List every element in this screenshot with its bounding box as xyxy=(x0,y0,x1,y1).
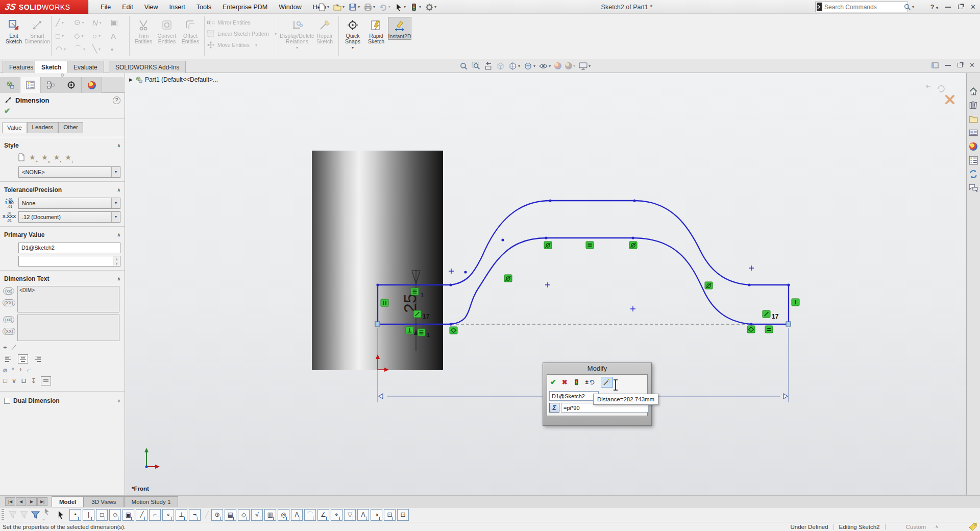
filter-toggle-icon[interactable] xyxy=(31,511,40,519)
snap-check-button[interactable]: √ xyxy=(251,509,263,521)
snap-shaded-button[interactable]: ◑ xyxy=(371,509,382,521)
search-input[interactable] xyxy=(824,4,903,11)
text-tool[interactable]: A xyxy=(109,32,127,40)
circle-tool[interactable]: ○▾ xyxy=(90,32,109,40)
home-icon[interactable] xyxy=(967,85,979,97)
property-manager-tab[interactable] xyxy=(20,77,41,93)
move-entities-button[interactable]: Move Entities▾ xyxy=(207,40,277,50)
rapid-sketch-button[interactable]: Rapid Sketch xyxy=(364,17,388,44)
view-palette-icon[interactable] xyxy=(967,127,979,138)
snap-curve-button[interactable]: ⌒ xyxy=(304,509,316,521)
modify-dialog-title[interactable]: Modify xyxy=(543,363,651,374)
doc-close-button[interactable]: ✕ xyxy=(969,61,975,69)
snap-annotation-button[interactable]: A xyxy=(357,509,369,521)
snap-text-button[interactable]: A xyxy=(291,509,303,521)
section-view-icon[interactable] xyxy=(496,62,505,70)
menu-tools[interactable]: Tools xyxy=(191,0,217,14)
add-style-button[interactable]: ★+ xyxy=(29,153,38,163)
tab-model[interactable]: Model xyxy=(52,496,84,507)
dimension-value-field[interactable]: ∧∨ xyxy=(18,256,120,267)
smart-dimension-button[interactable]: Smart Dimension xyxy=(26,17,49,44)
filter-icon[interactable] xyxy=(9,511,17,519)
polygon-tool[interactable]: ◇▾ xyxy=(72,31,90,40)
value-spinner[interactable]: ∧∨ xyxy=(113,256,120,266)
tab-motion-study-1[interactable]: Motion Study 1 xyxy=(124,496,179,507)
primary-value-section-header[interactable]: Primary Value∧ xyxy=(0,227,125,240)
search-commands-box[interactable]: ▾ xyxy=(815,2,908,12)
repair-sketch-button[interactable]: Repair Sketch xyxy=(313,17,336,44)
toolbar-grip[interactable] xyxy=(2,509,4,520)
dimension-name-field[interactable] xyxy=(18,243,120,253)
dimension-text-area[interactable]: <DIM> xyxy=(17,286,119,312)
spin-increment-wand-button[interactable] xyxy=(601,377,613,388)
tolerance-section-header[interactable]: Tolerance/Precision∧ xyxy=(0,182,125,195)
next-tab-button[interactable]: ▶ xyxy=(27,497,37,506)
panel-splitter[interactable] xyxy=(0,73,125,77)
doc-restore-button[interactable] xyxy=(958,63,963,67)
tab-value[interactable]: Value xyxy=(2,123,27,133)
trim-entities-button[interactable]: Trim Entities xyxy=(132,17,155,44)
dual-dimension-checkbox[interactable] xyxy=(4,398,10,404)
snap-center-button[interactable]: ⊕ xyxy=(211,509,223,521)
units-dropdown-icon[interactable]: ∧ xyxy=(935,524,938,529)
restore-button[interactable] xyxy=(958,5,963,9)
doc-minimize-button[interactable] xyxy=(945,65,951,66)
justify-center-button[interactable] xyxy=(18,354,28,364)
dimxpert-manager-tab[interactable] xyxy=(61,77,82,93)
dimension-name-input[interactable] xyxy=(549,391,599,401)
collapse-pane-icon[interactable] xyxy=(932,62,939,68)
minimize-button[interactable] xyxy=(945,7,951,8)
snap-spline-button[interactable]: ▽ xyxy=(344,509,356,521)
tab-other[interactable]: Other xyxy=(58,122,83,133)
snap-point-button[interactable]: • xyxy=(69,509,81,521)
tab-sketch[interactable]: Sketch xyxy=(35,61,68,74)
quick-snaps-button[interactable]: Quick Snaps▾ xyxy=(341,17,364,51)
exit-sketch-button[interactable]: Exit Sketch xyxy=(2,17,26,44)
tag-icon[interactable] xyxy=(969,523,977,531)
units-selector[interactable]: Custom xyxy=(906,524,926,530)
print-button[interactable]: ▾ xyxy=(362,1,377,13)
chevron-down-icon[interactable]: ▾ xyxy=(111,167,120,177)
dual-dimension-section[interactable]: Dual Dimension ∨ xyxy=(0,392,125,406)
menu-enterprise-pdm[interactable]: Enterprise PDM xyxy=(217,0,273,14)
dimension-text-area-secondary[interactable] xyxy=(17,315,119,341)
snap-perpendicular-button[interactable]: ⊥ xyxy=(176,509,187,521)
snap-line-button[interactable]: | xyxy=(83,509,94,521)
filter-add-icon[interactable] xyxy=(20,511,28,519)
zoom-to-fit-icon[interactable] xyxy=(459,62,468,70)
tab-3d-views[interactable]: 3D Views xyxy=(84,496,124,507)
forum-icon[interactable] xyxy=(967,182,979,194)
rebuild-button[interactable]: ▾ xyxy=(408,1,423,13)
undo-button[interactable]: ▾ xyxy=(378,1,392,13)
ok-checkmark-button[interactable]: ✔ xyxy=(0,105,125,119)
menu-view[interactable]: View xyxy=(139,0,164,14)
snap-box-button[interactable]: ▣ xyxy=(122,509,134,521)
tab-evaluate[interactable]: Evaluate xyxy=(67,61,104,73)
uppercase-symbol-icon[interactable]: (XX) xyxy=(3,299,15,306)
save-button[interactable]: ▾ xyxy=(347,1,361,13)
depth-symbol-button[interactable]: ↧ xyxy=(31,377,37,384)
appearances-icon[interactable] xyxy=(967,140,979,152)
snap-zoom-button[interactable]: ◎ xyxy=(278,509,289,521)
display-manager-tab[interactable] xyxy=(82,77,102,93)
counterbore-symbol-button[interactable]: ⊔ xyxy=(21,377,26,384)
justify-left-button[interactable] xyxy=(3,354,13,364)
snap-dim-button[interactable]: ▥ xyxy=(264,509,276,521)
cancel-button[interactable]: ✖ xyxy=(562,378,568,386)
snap-rectangle-button[interactable]: □ xyxy=(96,509,108,521)
view-orientation-icon[interactable]: ▾ xyxy=(508,62,520,70)
help-icon[interactable]: ? xyxy=(113,96,120,104)
arc-tool[interactable]: ◠▾ xyxy=(54,44,72,54)
display-delete-relations-button[interactable]: Display/Delete Relations▾ xyxy=(281,17,313,51)
snap-target-button[interactable]: ⌖ xyxy=(331,509,342,521)
menu-insert[interactable]: Insert xyxy=(164,0,191,14)
apply-scene-icon[interactable]: ▾ xyxy=(565,62,575,69)
last-tab-button[interactable]: ▶| xyxy=(37,497,47,506)
snap-midpoint-button[interactable]: ◇ xyxy=(109,509,121,521)
snap-angle-button[interactable]: ╱ xyxy=(136,509,148,521)
countersink-symbol-button[interactable]: ∨ xyxy=(12,377,17,384)
snap-tag-button[interactable]: ◇ xyxy=(238,509,250,521)
dimension-text-section-header[interactable]: Dimension Text∧ xyxy=(0,271,125,284)
file-explorer-icon[interactable] xyxy=(967,113,979,125)
centerline-tool[interactable]: ╲▾ xyxy=(90,44,109,54)
